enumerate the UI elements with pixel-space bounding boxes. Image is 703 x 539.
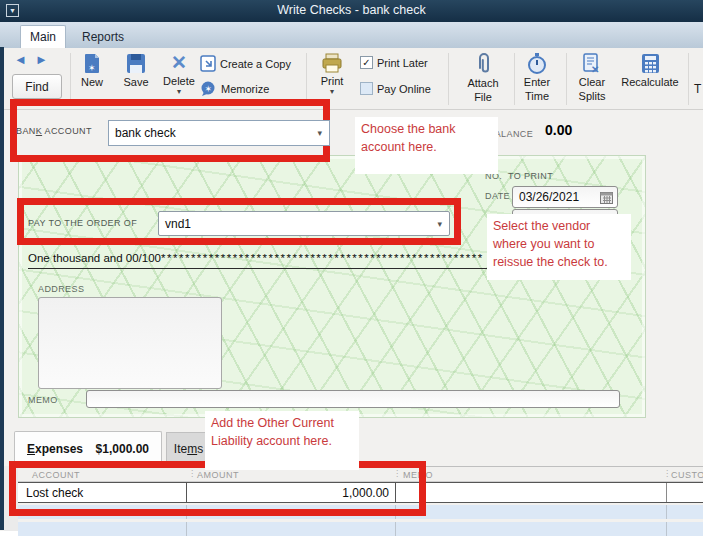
svg-text:✶: ✶ [88, 63, 96, 73]
clear-splits-icon: ✕ [582, 53, 602, 74]
col-header-customer[interactable]: CUSTO [671, 470, 703, 480]
date-field[interactable]: 03/26/2021 [512, 186, 618, 208]
attach-file-button[interactable]: Attach File [460, 53, 506, 103]
create-copy-icon [200, 55, 216, 72]
write-checks-window: ▼ Write Checks - bank check Main Reports… [0, 0, 703, 539]
tab-expenses[interactable]: Expenses $1,000.00 [14, 431, 162, 466]
clear-splits-button[interactable]: ✕ Clear Splits [568, 53, 616, 102]
paperclip-icon [475, 53, 491, 75]
title-bar: ▼ Write Checks - bank check [0, 0, 703, 22]
pay-online-checkbox[interactable] [360, 82, 373, 95]
address-label: ADDRESS [38, 284, 84, 294]
toolbar-separator [70, 53, 71, 105]
ending-balance-value: 0.00 [545, 122, 572, 138]
date-label: DATE [485, 191, 510, 201]
memo-label: MEMO [28, 395, 58, 405]
delete-dropdown-caret[interactable]: ▾ [177, 88, 181, 96]
col-header-memo[interactable]: MEMO [403, 470, 433, 480]
expenses-total: $1,000.00 [96, 442, 149, 456]
new-document-icon: ✶ [82, 53, 102, 74]
pay-to-order-label: PAY TO THE ORDER OF [28, 218, 137, 228]
column-splitter-icon[interactable]: ⋮ [188, 469, 196, 478]
col-header-amount[interactable]: AMOUNT [197, 470, 239, 480]
pay-online-option[interactable]: Pay Online [360, 82, 431, 95]
column-splitter-icon[interactable]: ⋮ [393, 469, 401, 478]
cell-amount[interactable]: 1,000.00 [186, 486, 389, 500]
toolbar-separator [566, 53, 567, 105]
window-left-border [0, 47, 4, 530]
find-button[interactable]: Find [12, 74, 62, 99]
tab-main[interactable]: Main [20, 25, 66, 48]
truncated-toolbar-label: T [694, 82, 701, 96]
print-later-checkbox[interactable]: ✓ [360, 56, 373, 69]
memorize-button[interactable]: ✶ Memorize [200, 81, 269, 97]
svg-text:✕: ✕ [591, 64, 599, 74]
bank-account-label: BANK ACCOUNT [16, 126, 92, 136]
memo-field[interactable] [86, 390, 620, 408]
table-row[interactable]: Lost check 1,000.00 [18, 482, 703, 503]
forward-arrow-icon[interactable]: ► [35, 52, 48, 67]
print-button[interactable]: Print ▾ [312, 53, 352, 96]
to-print-label: TO PRINT [508, 171, 553, 181]
col-header-account[interactable]: ACCOUNT [32, 470, 80, 480]
print-dropdown-caret[interactable]: ▾ [330, 88, 334, 96]
toolbar-separator [688, 53, 689, 105]
annotation-liability: Add the Other Current Liability account … [205, 411, 359, 470]
chevron-down-icon[interactable]: ▾ [317, 128, 322, 138]
delete-x-icon: ✕ [171, 53, 187, 73]
printer-icon [321, 53, 343, 73]
window-title: Write Checks - bank check [0, 3, 703, 17]
expenses-table: ACCOUNT ⋮ AMOUNT ⋮ MEMO ⋮ CUSTO Lost che… [18, 466, 703, 536]
back-arrow-icon[interactable]: ◄ [14, 52, 27, 67]
tab-reports[interactable]: Reports [76, 25, 130, 48]
stopwatch-icon [527, 53, 547, 74]
annotation-bank: Choose the bank account here. [355, 117, 498, 174]
calendar-icon[interactable] [600, 191, 613, 204]
chevron-down-icon[interactable]: ▾ [437, 219, 442, 229]
cell-account[interactable]: Lost check [26, 486, 83, 500]
print-later-option[interactable]: ✓ Print Later [360, 56, 428, 69]
new-button[interactable]: ✶ New [72, 53, 112, 88]
recalculate-button[interactable]: Recalculate [612, 53, 688, 88]
amount-in-words: One thousand and 00/100*****************… [28, 252, 492, 269]
svg-text:✶: ✶ [205, 84, 213, 94]
table-header: ACCOUNT ⋮ AMOUNT ⋮ MEMO ⋮ CUSTO [18, 466, 703, 482]
payee-dropdown[interactable]: vnd1 ▾ [158, 211, 450, 236]
expenses-tab-label: Expenses [27, 442, 83, 456]
save-floppy-icon [126, 53, 146, 74]
annotation-vendor: Select the vendor where you want to reis… [487, 214, 631, 280]
bank-account-dropdown[interactable]: bank check ▾ [108, 120, 330, 146]
delete-button[interactable]: ✕ Delete ▾ [158, 53, 200, 96]
table-left-gutter [4, 466, 18, 531]
address-box[interactable] [38, 297, 222, 389]
toolbar-separator [306, 53, 307, 105]
toolbar-separator [448, 53, 449, 105]
create-copy-button[interactable]: Create a Copy [200, 55, 291, 72]
items-tab-label: Items [174, 442, 203, 456]
column-splitter-icon[interactable]: ⋮ [663, 469, 671, 478]
calculator-icon [641, 53, 660, 74]
memorize-bubble-icon: ✶ [200, 81, 217, 97]
table-row-empty[interactable] [18, 522, 703, 536]
table-row-empty[interactable] [18, 505, 703, 519]
enter-time-button[interactable]: Enter Time [514, 53, 560, 102]
fill-asterisks: ****************************************… [161, 252, 484, 264]
history-arrows[interactable]: ◄ ► [14, 52, 58, 67]
save-button[interactable]: Save [116, 53, 156, 88]
